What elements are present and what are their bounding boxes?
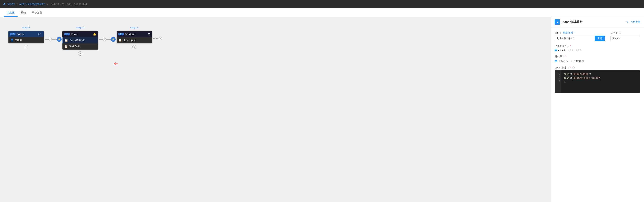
radio-3-label: 3 bbox=[580, 49, 581, 51]
code-editor[interactable]: 1 2 3 print("${message}") print("setEnv … bbox=[555, 70, 640, 93]
code-content[interactable]: print("${message}") print("setEnv demo t… bbox=[561, 70, 640, 93]
python-version-section: Python版本： * default 2 3 bbox=[555, 44, 640, 51]
version-label-row: 版本： ⓘ bbox=[610, 31, 640, 34]
version-help-icon: ⓘ bbox=[619, 31, 621, 34]
task-python[interactable]: 📋 Python脚本执行 bbox=[62, 37, 98, 43]
radio-path[interactable]: 指定路径 bbox=[571, 59, 584, 63]
breadcrumb-example[interactable]: 示例三(流水线变量使用) bbox=[19, 2, 45, 6]
stage-1-node: 1-1 Trigger 1个 👤 Manual bbox=[8, 31, 44, 43]
panel-collapse-btn[interactable]: ◀ bbox=[555, 19, 560, 25]
line-num-2: 2 bbox=[556, 76, 560, 79]
stage-3-label[interactable]: stage-3 bbox=[130, 26, 138, 29]
conn-line-4 bbox=[106, 39, 110, 39]
radio-default-label: default bbox=[558, 49, 566, 51]
plugin-help-link[interactable]: 帮助文档 ↗ bbox=[563, 31, 576, 34]
tab-pipeline[interactable]: 流水线 bbox=[4, 9, 18, 17]
script-source-section: 脚本源： * 在线录入 指定路径 bbox=[555, 55, 640, 63]
version-input[interactable] bbox=[610, 36, 640, 41]
stage-3-header[interactable]: 3-1 Windows ⊞ bbox=[116, 31, 152, 37]
radio-path-circle bbox=[571, 60, 574, 62]
line-num-3: 3 bbox=[556, 79, 560, 83]
code-print-1: print bbox=[564, 73, 571, 75]
version-info: 版本 10 保存于 2021-12-10 11:36:55 bbox=[51, 2, 88, 6]
breadcrumb-sep-1: › bbox=[16, 3, 17, 5]
task-manual[interactable]: 👤 Manual bbox=[8, 37, 44, 43]
panel-body: 插件： 帮助文档 ↗ 重选 版本： ⓘ bbox=[551, 27, 644, 202]
plugin-input[interactable] bbox=[555, 36, 595, 41]
radio-online-circle bbox=[555, 60, 557, 62]
panel-var-btn[interactable]: 引用变量 bbox=[630, 20, 640, 24]
script-source-label: 脚本源： * bbox=[555, 55, 640, 58]
version-label: 版本： bbox=[610, 31, 618, 34]
python-version-required: * bbox=[570, 44, 571, 47]
code-cursor: │ bbox=[564, 80, 565, 83]
radio-3[interactable]: 3 bbox=[576, 49, 581, 51]
connector-3-end: + bbox=[153, 26, 162, 40]
python-script-label: python脚本： * ⓘ bbox=[555, 66, 640, 69]
task-shell-name: Shell Script bbox=[69, 45, 96, 48]
breadcrumb-pipeline[interactable]: 流水线 bbox=[8, 2, 15, 6]
conn-plus-3[interactable]: + bbox=[158, 37, 162, 40]
stage-column-3: stage-3 3-1 Windows ⊞ 📋 Batch Script + bbox=[116, 26, 153, 49]
conn-plus-2[interactable]: + bbox=[102, 38, 106, 41]
stage-1-label[interactable]: stage-1 bbox=[22, 26, 30, 29]
task-shell-icon: 📋 bbox=[64, 45, 68, 48]
task-batch-name: Batch Script bbox=[123, 39, 150, 41]
stage-2-node: 2-1 Linux 🔔 📋 Python脚本执行 📋 Shell Script bbox=[62, 31, 98, 50]
code-str-2: "setEnv demo test1" bbox=[572, 77, 600, 79]
stage-1-count: 1个 bbox=[38, 33, 41, 35]
stage-1-title: Trigger bbox=[17, 33, 38, 35]
stage-1-num: 1-1 bbox=[10, 33, 16, 35]
connector-1-2: + ⚡ bbox=[45, 26, 62, 42]
stage-1-add-btn[interactable]: + bbox=[24, 45, 28, 49]
code-paren-2: ) bbox=[590, 73, 591, 75]
stage-3-num: 3-1 bbox=[118, 33, 124, 35]
radio-3-circle bbox=[576, 49, 579, 51]
tab-notification[interactable]: 通知 bbox=[18, 9, 29, 17]
main-layout: stage-1 1-1 Trigger 1个 👤 Manual + bbox=[0, 17, 644, 202]
plugin-section: 插件： 帮助文档 ↗ 重选 bbox=[555, 31, 605, 41]
stage-1-header[interactable]: 1-1 Trigger 1个 bbox=[8, 31, 44, 37]
connector-2-3: + ⚡ bbox=[99, 26, 116, 42]
stage-column-1: stage-1 1-1 Trigger 1个 👤 Manual + bbox=[8, 26, 45, 49]
conn-dashed-end bbox=[153, 38, 158, 39]
code-str-1: "${message}" bbox=[572, 73, 590, 75]
conn-plus-1[interactable]: + bbox=[48, 38, 52, 41]
task-python-icon: 📋 bbox=[65, 39, 68, 42]
stage-3-title: Windows bbox=[125, 33, 148, 36]
stage-column-2: stage-2 2-1 Linux 🔔 📋 Python脚本执行 📋 Shell… bbox=[62, 26, 99, 55]
pipeline-icon: ♻ bbox=[3, 2, 6, 6]
task-manual-icon: 👤 bbox=[10, 38, 14, 41]
stage-2-label[interactable]: stage-2 bbox=[76, 26, 84, 29]
panel-header: ◀ Python脚本执行 ✎ 引用变量 bbox=[551, 17, 644, 27]
stage-2-add-btn[interactable]: + bbox=[78, 51, 82, 55]
red-arrow: ➜ bbox=[114, 61, 118, 67]
radio-2-label: 2 bbox=[572, 49, 573, 51]
task-shell[interactable]: 📋 Shell Script bbox=[62, 43, 98, 50]
radio-default-circle bbox=[555, 49, 557, 51]
stage-2-num: 2-1 bbox=[64, 33, 70, 35]
tab-settings[interactable]: 基础设置 bbox=[29, 9, 45, 17]
radio-2[interactable]: 2 bbox=[568, 49, 573, 51]
python-script-section: python脚本： * ⓘ 1 2 3 print("${message}") … bbox=[555, 66, 640, 93]
radio-online[interactable]: 在线录入 bbox=[555, 59, 568, 63]
stage-3-add-btn[interactable]: + bbox=[132, 45, 136, 49]
stages-container: stage-1 1-1 Trigger 1个 👤 Manual + bbox=[4, 22, 547, 59]
task-batch[interactable]: 📋 Batch Script bbox=[116, 37, 152, 43]
radio-2-circle bbox=[568, 49, 571, 51]
python-version-label: Python版本： * bbox=[555, 44, 640, 47]
pipeline-canvas: stage-1 1-1 Trigger 1个 👤 Manual + bbox=[0, 17, 551, 202]
stage-2-header[interactable]: 2-1 Linux 🔔 bbox=[62, 31, 98, 37]
panel-edit-icon[interactable]: ✎ bbox=[626, 20, 629, 23]
python-script-required: * bbox=[570, 66, 571, 69]
stage-2-title: Linux bbox=[71, 33, 93, 36]
task-python-name: Python脚本执行 bbox=[70, 38, 96, 42]
conn-line-1 bbox=[45, 39, 48, 39]
stage-node-circle-2: ⚡ bbox=[111, 37, 116, 42]
panel-title: Python脚本执行 bbox=[562, 20, 624, 24]
reset-btn[interactable]: 重选 bbox=[595, 36, 605, 41]
stage-3-windows-icon: ⊞ bbox=[148, 33, 150, 36]
radio-default[interactable]: default bbox=[555, 49, 566, 51]
code-paren-4: ) bbox=[600, 77, 602, 79]
plugin-label: 插件： bbox=[555, 31, 562, 34]
